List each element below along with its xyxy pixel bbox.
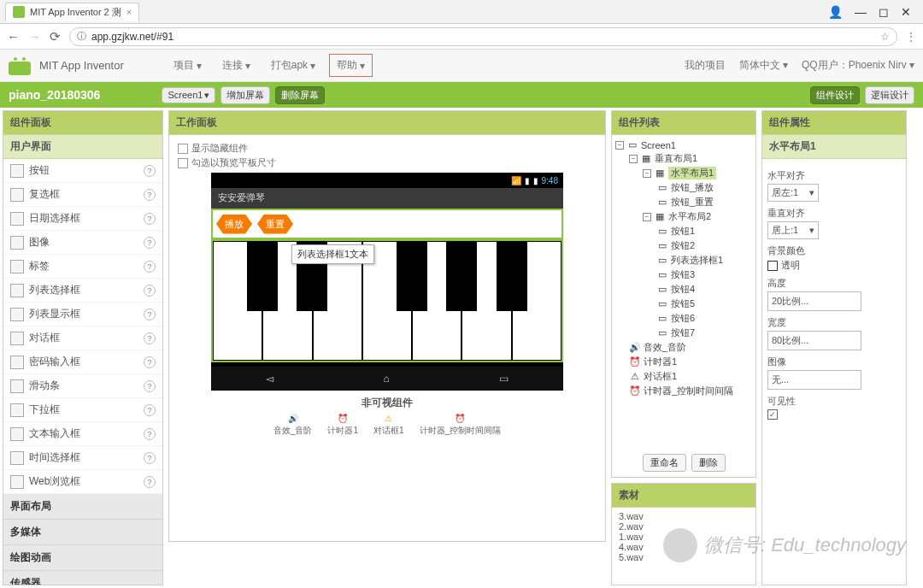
menu-connect[interactable]: 连接▾ (215, 54, 257, 77)
black-key[interactable] (247, 241, 278, 311)
visible-checkbox[interactable]: ✓ (767, 409, 778, 420)
menu-build[interactable]: 打包apk▾ (264, 54, 322, 77)
help-icon[interactable]: ? (144, 309, 156, 320)
recent-nav-icon[interactable]: ▭ (499, 373, 509, 385)
palette-item[interactable]: 按钮? (3, 159, 162, 183)
valign-select[interactable]: 居上:1▾ (767, 221, 819, 239)
reset-button[interactable]: 重置 (257, 215, 293, 234)
tree-node[interactable]: −▦水平布局1 (615, 166, 752, 180)
minimize-icon[interactable]: — (855, 5, 867, 19)
black-key[interactable] (397, 241, 427, 311)
invis-sound[interactable]: 🔊音效_音阶 (273, 414, 313, 437)
black-key[interactable] (497, 241, 527, 311)
piano-layout[interactable] (211, 239, 563, 362)
help-icon[interactable]: ? (144, 332, 156, 344)
help-icon[interactable]: ? (144, 452, 156, 464)
browser-tab[interactable]: MIT App Inventor 2 测 × (5, 3, 139, 21)
blocks-button[interactable]: 逻辑设计 (865, 86, 914, 104)
tree-node[interactable]: −▦垂直布局1 (615, 151, 752, 166)
palette-item[interactable]: 复选框? (3, 183, 162, 207)
tree-node[interactable]: ▭按钮_重置 (615, 195, 752, 209)
halign-select[interactable]: 居左:1▾ (767, 184, 819, 202)
delete-screen-button[interactable]: 删除屏幕 (275, 86, 325, 104)
tree-node[interactable]: ▭按钮3 (615, 268, 752, 282)
back-icon[interactable]: ← (7, 29, 20, 44)
palette-item[interactable]: 标签? (3, 255, 162, 279)
palette-cat-sensors[interactable]: 传感器 (3, 571, 162, 585)
tree-node[interactable]: −▦水平布局2 (615, 209, 752, 224)
reload-icon[interactable]: ⟳ (50, 29, 61, 44)
palette-cat-media[interactable]: 多媒体 (3, 520, 162, 545)
home-nav-icon[interactable]: ⌂ (383, 373, 389, 385)
tablet-preview-checkbox[interactable] (178, 158, 188, 168)
forward-icon[interactable]: → (28, 29, 41, 44)
help-icon[interactable]: ? (144, 428, 156, 440)
height-input[interactable]: 20比例... (767, 291, 861, 311)
palette-item[interactable]: 图像? (3, 231, 162, 255)
palette-item[interactable]: 下拉框? (3, 398, 162, 422)
tree-node[interactable]: ▭列表选择框1 (615, 253, 752, 268)
language-dropdown[interactable]: 简体中文 ▾ (739, 58, 788, 73)
palette-item[interactable]: 日期选择框? (3, 207, 162, 231)
width-input[interactable]: 80比例... (767, 331, 861, 350)
help-icon[interactable]: ? (144, 404, 156, 416)
tree-node[interactable]: ▭按钮1 (615, 224, 752, 238)
tree-node[interactable]: −▭Screen1 (615, 138, 752, 151)
back-nav-icon[interactable]: ◅ (266, 373, 273, 385)
rename-button[interactable]: 重命名 (643, 454, 686, 472)
palette-item[interactable]: 文本输入框? (3, 422, 162, 446)
palette-item[interactable]: 滑动条? (3, 374, 162, 398)
palette-item[interactable]: 列表选择框? (3, 279, 162, 303)
show-hidden-checkbox[interactable] (178, 144, 188, 154)
palette-item[interactable]: 时间选择框? (3, 446, 162, 470)
help-icon[interactable]: ? (144, 237, 156, 249)
tree-node[interactable]: ⚠对话框1 (615, 369, 752, 384)
star-icon[interactable]: ☆ (880, 31, 890, 43)
help-icon[interactable]: ? (144, 165, 156, 177)
expand-icon[interactable]: − (629, 155, 638, 163)
palette-cat-user[interactable]: 用户界面 (3, 135, 162, 159)
my-projects-link[interactable]: 我的项目 (685, 58, 726, 73)
help-icon[interactable]: ? (144, 189, 156, 201)
close-tab-icon[interactable]: × (126, 7, 132, 17)
tree-node[interactable]: ▭按钮2 (615, 238, 752, 253)
help-icon[interactable]: ? (144, 261, 156, 273)
invis-timer2[interactable]: ⏰计时器_控制时间间隔 (420, 414, 502, 437)
help-icon[interactable]: ? (144, 356, 156, 368)
user-icon[interactable]: 👤 (828, 5, 843, 19)
tree-node[interactable]: ▭按钮7 (615, 326, 752, 340)
play-button[interactable]: 播放 (216, 215, 252, 234)
invis-dialog[interactable]: ⚠对话框1 (373, 414, 404, 437)
tree-node[interactable]: ⏰计时器1 (615, 355, 752, 369)
tree-node[interactable]: ▭按钮6 (615, 311, 752, 326)
invis-timer1[interactable]: ⏰计时器1 (327, 414, 358, 437)
tree-node[interactable]: 🔊音效_音阶 (615, 340, 752, 355)
user-dropdown[interactable]: QQ用户：Phoenix Nirv ▾ (802, 58, 914, 73)
help-icon[interactable]: ? (144, 380, 156, 392)
address-bar[interactable]: ⓘ app.gzjkw.net/#91 ☆ (69, 27, 897, 46)
close-window-icon[interactable]: ✕ (901, 5, 911, 19)
tree-node[interactable]: ▭按钮5 (615, 297, 752, 311)
media-item[interactable]: 3.wav (619, 511, 749, 521)
tree-node[interactable]: ▭按钮4 (615, 282, 752, 297)
palette-item[interactable]: 密码输入框? (3, 350, 162, 374)
palette-cat-drawing[interactable]: 绘图动画 (3, 545, 162, 571)
screen-dropdown[interactable]: Screen1▾ (162, 87, 215, 103)
maximize-icon[interactable]: ◻ (879, 5, 889, 19)
image-input[interactable]: 无... (767, 370, 861, 390)
menu-help[interactable]: 帮助▾ (329, 54, 373, 77)
palette-item[interactable]: 对话框? (3, 326, 162, 350)
expand-icon[interactable]: − (643, 169, 651, 178)
help-icon[interactable]: ? (144, 213, 156, 225)
add-screen-button[interactable]: 增加屏幕 (220, 86, 270, 104)
expand-icon[interactable]: − (615, 141, 624, 150)
palette-item[interactable]: 列表显示框? (3, 303, 162, 326)
help-icon[interactable]: ? (144, 476, 156, 488)
tree-node[interactable]: ⏰计时器_控制时间间隔 (615, 384, 752, 398)
expand-icon[interactable]: − (643, 213, 651, 221)
menu-project[interactable]: 项目▾ (167, 54, 209, 77)
menu-icon[interactable]: ⋮ (906, 31, 916, 43)
help-icon[interactable]: ? (144, 285, 156, 297)
bgcolor-select[interactable]: 透明 (767, 259, 901, 272)
black-key[interactable] (446, 241, 477, 311)
